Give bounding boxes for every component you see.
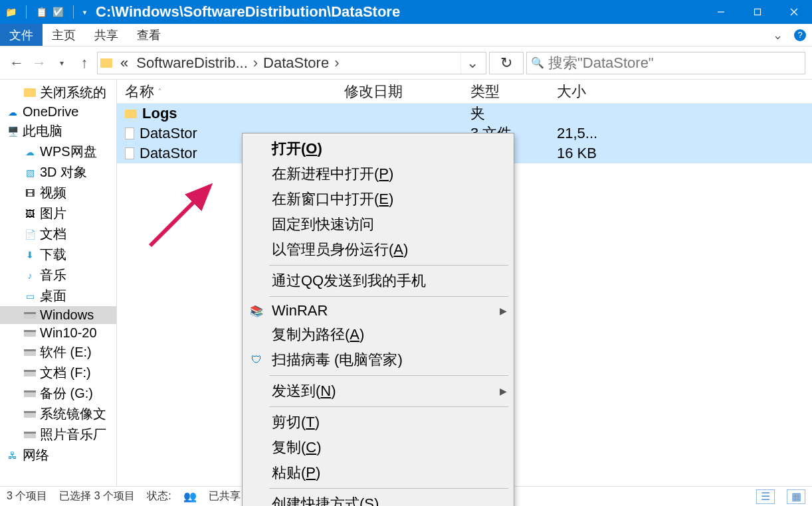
books-icon: 📚 [249,303,264,318]
forward-button[interactable]: → [29,54,49,72]
tree-item-selected[interactable]: Windows [0,306,116,324]
qat-dropdown-icon[interactable]: ▾ [83,9,86,16]
breadcrumb-overflow[interactable]: « [116,54,132,72]
ctx-run-as-admin[interactable]: 以管理员身份运行(A) [243,237,514,262]
separator [269,375,508,376]
cloud-icon: ☁ [24,147,36,157]
file-size: 16 KB [549,145,635,162]
tree-item[interactable]: ⬇下载 [0,244,116,265]
separator [269,265,508,266]
close-button[interactable] [775,0,812,24]
tree-item[interactable]: 软件 (E:) [0,342,116,363]
search-placeholder: 搜索"DataStore" [548,53,654,73]
ctx-open[interactable]: 打开(O) [243,136,514,161]
view-details-button[interactable]: ☰ [756,489,775,504]
drive-icon [24,330,36,337]
file-size: 21,5... [549,125,635,142]
ctx-qq-send[interactable]: 通过QQ发送到我的手机 [243,268,514,294]
separator [269,406,508,407]
breadcrumb[interactable]: « SoftwareDistrib... › DataStore › ⌄ [97,52,486,74]
column-name[interactable]: 名称˄ [117,82,336,102]
tree-item[interactable]: 备份 (G:) [0,383,116,404]
ctx-pin-quick-access[interactable]: 固定到快速访问 [243,212,514,237]
ribbon-tabs: 文件 主页 共享 查看 ⌄ ? [0,24,812,46]
drive-icon [24,370,36,377]
document-icon: 📄 [24,229,36,240]
ctx-copy[interactable]: 复制(C) [243,435,514,460]
tree-item[interactable]: 文档 (F:) [0,363,116,383]
tab-home[interactable]: 主页 [43,24,85,46]
column-size[interactable]: 大小 [549,82,635,102]
context-menu: 打开(O) 在新进程中打开(P) 在新窗口中打开(E) 固定到快速访问 以管理员… [242,133,514,506]
breadcrumb-item[interactable]: SoftwareDistrib... [132,54,252,72]
up-button[interactable]: ↑ [74,54,94,72]
tree-item[interactable]: 🖼图片 [0,203,116,224]
file-name: Logs [142,105,177,122]
breadcrumb-dropdown[interactable]: ⌄ [460,52,483,74]
status-selected: 已选择 3 个项目 [59,489,135,503]
qat-checkbox-icon[interactable]: ☑️ [52,7,64,17]
network-icon: 🖧 [7,450,19,461]
tree-item[interactable]: 照片音乐厂 [0,424,116,445]
ctx-open-new-process[interactable]: 在新进程中打开(P) [243,161,514,187]
tree-item[interactable]: 系统镜像文 [0,404,116,424]
titlebar: 📁 📋 ☑️ ▾ C:\Windows\SoftwareDistribution… [0,0,812,24]
drive-icon [24,390,36,397]
list-header: 名称˄ 修改日期 类型 大小 [117,80,812,104]
list-row[interactable]: Logs 夹 [117,104,812,124]
drive-icon [24,349,36,356]
ctx-open-new-window[interactable]: 在新窗口中打开(E) [243,187,514,212]
tree-item-onedrive[interactable]: ☁OneDrive [0,103,116,121]
shield-icon: 🛡 [249,353,264,367]
qat-clipboard-icon[interactable]: 📋 [36,7,47,17]
tree-item[interactable]: ♪音乐 [0,265,116,286]
view-icons-button[interactable]: ▦ [787,489,805,504]
chevron-right-icon: ▶ [500,305,507,316]
tree-item-network[interactable]: 🖧网络 [0,445,116,465]
file-icon [125,127,134,139]
maximize-button[interactable] [739,0,775,24]
tree-item-thispc[interactable]: 🖥️此电脑 [0,121,116,141]
desktop-icon: ▭ [24,291,36,301]
treeview[interactable]: 关闭系统的 ☁OneDrive 🖥️此电脑 ☁WPS网盘 ▧3D 对象 🎞视频 … [0,80,117,486]
folder-icon [24,88,36,97]
ctx-cut[interactable]: 剪切(T) [243,410,514,435]
shared-icon: 👥 [183,490,197,503]
tree-item[interactable]: 📄文档 [0,224,116,244]
recent-dropdown[interactable]: ▾ [52,58,72,68]
ctx-copy-as-path[interactable]: 复制为路径(A) [243,322,514,347]
ctx-scan-virus[interactable]: 🛡扫描病毒 (电脑管家) [243,347,514,373]
tree-item[interactable]: ▭桌面 [0,286,116,306]
tab-share[interactable]: 共享 [85,24,128,46]
video-icon: 🎞 [24,188,36,199]
tree-item[interactable]: 关闭系统的 [0,82,116,103]
tab-view[interactable]: 查看 [128,24,170,46]
file-name: DataStor [140,145,197,162]
column-type[interactable]: 类型 [462,82,549,102]
tree-item[interactable]: ☁WPS网盘 [0,141,116,162]
tab-file[interactable]: 文件 [0,24,43,46]
file-name: DataStor [140,125,197,142]
column-date[interactable]: 修改日期 [336,82,462,102]
ctx-winrar[interactable]: 📚WinRAR▶ [243,299,514,322]
ctx-paste[interactable]: 粘贴(P) [243,460,514,485]
ribbon-expand-icon[interactable]: ⌄ [767,24,788,46]
help-button[interactable]: ? [788,24,812,46]
search-input[interactable]: 🔍 搜索"DataStore" [526,52,805,74]
ctx-create-shortcut[interactable]: 创建快捷方式(S) [243,491,514,506]
chevron-right-icon: › [333,54,340,72]
back-button[interactable]: ← [7,54,27,72]
tree-item[interactable]: ▧3D 对象 [0,162,116,183]
drive-icon [24,432,36,438]
cube-icon: ▧ [24,167,36,178]
refresh-button[interactable]: ↻ [489,52,524,74]
ctx-send-to[interactable]: 发送到(N)▶ [243,379,514,404]
minimize-button[interactable] [702,0,739,24]
monitor-icon: 🖥️ [7,126,19,137]
file-type: 夹 [462,104,549,124]
tree-item[interactable]: 🎞视频 [0,183,116,203]
status-state-label: 状态: [147,489,171,503]
tree-item[interactable]: Win10-20 [0,324,116,342]
breadcrumb-item[interactable]: DataStore [259,54,333,72]
status-shared: 已共享 [209,489,241,503]
